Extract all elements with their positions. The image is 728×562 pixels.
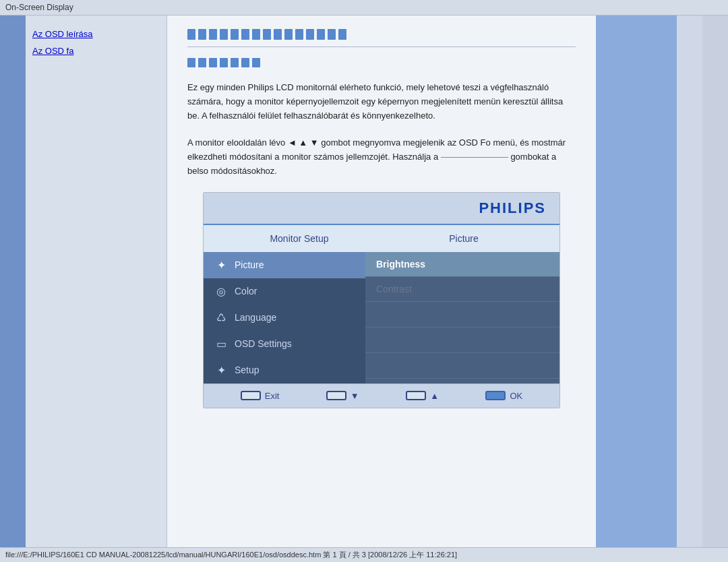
menu-tab-monitor-setup[interactable]: Monitor Setup [217, 230, 382, 247]
osd-body: ✦ Picture ◎ Color ♺ Language ▭ OSD Setti… [204, 252, 559, 383]
submenu-item-3 [365, 302, 559, 327]
setup-icon: ✦ [214, 364, 228, 377]
page-heading-blocks [187, 29, 576, 40]
down-btn-icon [326, 391, 346, 400]
menu-item-label-language: Language [235, 312, 276, 323]
osd-right-menu: Brightness Contrast [365, 252, 559, 383]
menu-item-label-picture: Picture [235, 259, 264, 270]
osd-monitor-graphic: PHILIPS Monitor Setup Picture ✦ Picture … [203, 192, 560, 408]
sub-heading-blocks [187, 58, 576, 67]
osd-menu-item-setup[interactable]: ✦ Setup [204, 357, 365, 383]
osd-left-menu: ✦ Picture ◎ Color ♺ Language ▭ OSD Setti… [204, 252, 365, 383]
submenu-item-4 [365, 327, 559, 353]
footer-btn-ok[interactable]: OK [485, 391, 522, 401]
right-panel-mid [677, 15, 702, 547]
osd-menu-item-color[interactable]: ◎ Color [204, 278, 365, 305]
osd-settings-icon: ▭ [214, 338, 228, 350]
menu-item-label-osd-settings: OSD Settings [235, 338, 292, 349]
down-btn-label: ▼ [351, 391, 359, 401]
exit-btn-label: Exit [265, 391, 280, 401]
footer-btn-down[interactable]: ▼ [326, 391, 359, 401]
color-icon: ◎ [214, 285, 228, 298]
osd-footer: Exit ▼ ▲ OK [204, 383, 559, 408]
title-bar-label: On-Screen Display [5, 3, 73, 12]
right-panel-main [596, 15, 677, 547]
main-layout: Az OSD leírása Az OSD fa Ez egy minden P… [0, 15, 728, 547]
osd-menu-item-language[interactable]: ♺ Language [204, 305, 365, 331]
submenu-item-5 [365, 353, 559, 379]
picture-icon: ✦ [214, 259, 228, 272]
status-bar: file:///E:/PHILIPS/160E1 CD MANUAL-20081… [0, 547, 728, 562]
right-panel-edge [702, 15, 728, 547]
osd-header: PHILIPS [204, 193, 559, 225]
footer-btn-exit[interactable]: Exit [241, 391, 280, 401]
menu-tab-picture[interactable]: Picture [382, 230, 546, 247]
sidebar-link-osd-tree[interactable]: Az OSD fa [32, 46, 160, 56]
ok-btn-icon [485, 391, 506, 400]
menu-item-label-setup: Setup [235, 365, 260, 375]
title-bar: On-Screen Display [0, 0, 728, 15]
footer-btn-up[interactable]: ▲ [406, 391, 439, 401]
sidebar: Az OSD leírása Az OSD fa [26, 15, 167, 547]
up-btn-icon [406, 391, 426, 400]
heading-divider [187, 46, 576, 47]
osd-menu-item-osd-settings[interactable]: ▭ OSD Settings [204, 331, 365, 357]
submenu-label-contrast: Contrast [376, 284, 412, 294]
right-accent [596, 15, 728, 547]
left-accent-bar [0, 15, 26, 547]
nav-instruction-text: A monitor elooldalán lévo ◄ ▲ ▼ gombot m… [187, 136, 576, 178]
language-icon: ♺ [214, 311, 228, 324]
body-text: Ez egy minden Philips LCD monitornál elé… [187, 81, 576, 123]
submenu-label-brightness: Brightness [376, 259, 425, 270]
osd-menu-bar: Monitor Setup Picture [204, 225, 559, 252]
sidebar-link-osd-description[interactable]: Az OSD leírása [32, 29, 160, 39]
menu-item-label-color: Color [235, 286, 257, 296]
submenu-item-contrast[interactable]: Contrast [365, 277, 559, 302]
philips-logo: PHILIPS [479, 199, 546, 217]
main-content: Ez egy minden Philips LCD monitornál elé… [167, 15, 596, 547]
submenu-item-brightness[interactable]: Brightness [365, 252, 559, 277]
ok-btn-label: OK [510, 391, 522, 401]
exit-btn-icon [241, 391, 261, 400]
up-btn-label: ▲ [430, 391, 439, 401]
status-bar-text: file:///E:/PHILIPS/160E1 CD MANUAL-20081… [5, 551, 457, 559]
osd-menu-item-picture[interactable]: ✦ Picture [204, 252, 365, 278]
